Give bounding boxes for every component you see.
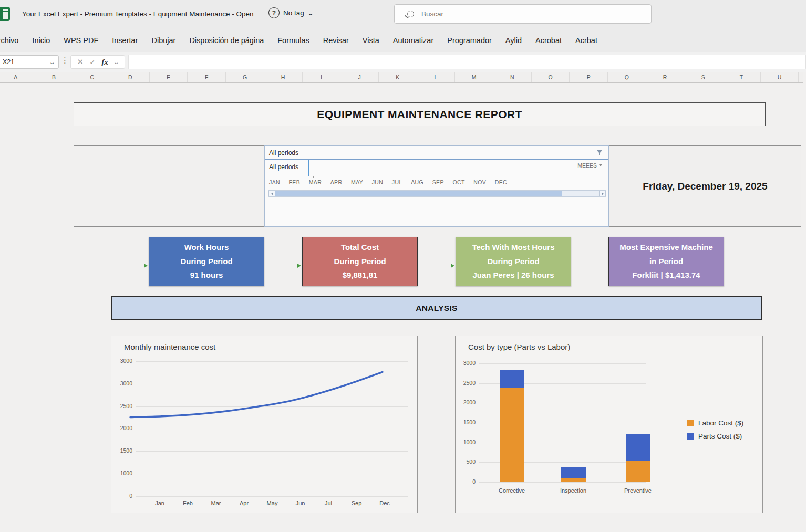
enter-button[interactable]: ✓ [89, 58, 96, 66]
smart-tag-marker [144, 264, 148, 268]
timeline-month[interactable]: APR [330, 179, 343, 185]
excel-app-icon[interactable] [0, 7, 10, 21]
sensitivity-tag-selector[interactable]: ? No tag ⌄ [268, 7, 313, 18]
chart-title: Cost by type (Parts vs Labor) [468, 342, 570, 351]
scrollbar-track[interactable] [562, 191, 599, 196]
kpi-title-line: Total Cost [341, 241, 379, 255]
scroll-right-button[interactable] [599, 191, 606, 196]
ribbon-tab-bar: ArchivoInicioWPS PDFInsertarDibujarDispo… [0, 29, 806, 52]
kpi-value: Forkliit | $1,413.74 [632, 268, 700, 283]
column-header[interactable]: O [532, 72, 570, 82]
column-header[interactable]: F [188, 72, 226, 82]
ribbon-tab[interactable]: Aylid [499, 29, 529, 52]
bar-segment-labor [561, 478, 586, 482]
legend-swatch-labor [687, 420, 694, 426]
timeline-month[interactable]: MAR [309, 179, 322, 185]
kpi-title-line: Most Expensive Machine [619, 241, 713, 255]
timeline-header: All periods [265, 146, 608, 160]
ribbon-tab[interactable]: Archivo [0, 29, 25, 52]
column-header[interactable]: E [150, 72, 188, 82]
ribbon-tab[interactable]: Automatizar [386, 29, 440, 52]
column-header[interactable]: R [646, 72, 685, 82]
search-box[interactable]: Buscar [394, 4, 652, 24]
column-header[interactable]: N [493, 72, 532, 82]
kpi-value: $9,881,81 [343, 268, 378, 283]
kpi-title-line: in Period [649, 255, 683, 269]
gridline [479, 363, 646, 364]
kpi-title-line: During Period [180, 255, 232, 269]
timeline-month[interactable]: JAN [269, 179, 280, 185]
ribbon-tab[interactable]: Vista [356, 29, 386, 52]
timeline-level-label: MEEES [577, 162, 597, 169]
timeline-scrollbar [268, 190, 606, 197]
column-header[interactable]: C [73, 72, 111, 82]
scroll-left-button[interactable] [268, 191, 275, 196]
gridline [479, 482, 646, 483]
excel-icon-sheet [3, 9, 8, 19]
kpi-title-line: During Period [334, 255, 386, 269]
column-header[interactable]: K [379, 72, 417, 82]
column-header[interactable]: H [264, 72, 303, 82]
bar-segment-labor [626, 461, 650, 482]
line-chart-monthly-cost[interactable]: Monthly maintenance cost 300030002500200… [111, 336, 418, 513]
cancel-button[interactable]: ✕ [77, 57, 84, 67]
name-box[interactable]: X21 ⌄ [0, 55, 59, 69]
clear-filter-icon[interactable] [596, 149, 603, 157]
column-header[interactable]: Q [608, 72, 646, 82]
tag-label: No tag [283, 9, 304, 17]
timeline-month[interactable]: JUL [392, 179, 402, 185]
column-header[interactable]: J [340, 72, 379, 82]
y-tick-label: 1500 [457, 419, 476, 425]
timeline-month[interactable]: DEC [495, 179, 507, 185]
column-header[interactable]: D [111, 72, 150, 82]
column-headers: ABCDEFGHIJKLMNOPQRSTU [0, 72, 803, 83]
formula-input[interactable] [128, 55, 806, 69]
search-placeholder: Buscar [421, 10, 443, 18]
ribbon-tab[interactable]: WPS PDF [57, 29, 105, 52]
legend-item: Parts Cost ($) [687, 432, 743, 440]
ribbon-tab[interactable]: Programador [440, 29, 499, 52]
timeline-month[interactable]: OCT [452, 179, 464, 185]
column-header[interactable]: S [684, 72, 722, 82]
column-header[interactable]: B [35, 72, 74, 82]
report-title: EQUIPMENT MAINTENANCE REPORT [74, 102, 766, 126]
worksheet: EQUIPMENT MAINTENANCE REPORT All periods… [0, 83, 806, 532]
name-box-chevron-icon: ⌄ [49, 59, 56, 65]
column-header[interactable]: M [455, 72, 493, 82]
timeline-month[interactable]: JUN [372, 179, 384, 185]
column-header[interactable]: A [0, 72, 35, 82]
column-header[interactable]: T [722, 72, 761, 82]
excel-window: Your Excel Expert - Premium Templates - … [0, 0, 806, 532]
timeline-month[interactable]: MAY [351, 179, 363, 185]
formula-chevron-icon[interactable]: ⌄ [113, 59, 120, 65]
timeline-selection-cursor[interactable] [308, 160, 309, 176]
ribbon-tab[interactable]: Disposición de página [182, 29, 271, 52]
scrollbar-thumb[interactable] [275, 191, 562, 196]
column-header[interactable]: I [303, 72, 341, 82]
legend-item: Labor Cost ($) [687, 419, 743, 427]
column-header[interactable]: P [570, 72, 608, 82]
timeline-month[interactable]: AUG [411, 179, 423, 185]
bar-chart-cost-by-type[interactable]: Cost by type (Parts vs Labor) Labor Cost… [455, 336, 763, 513]
timeline-month[interactable]: SEP [432, 179, 444, 185]
insert-function-button[interactable]: fx [101, 58, 108, 67]
ribbon-tab[interactable]: Inicio [25, 29, 57, 52]
ribbon-tab[interactable]: Dibujar [144, 29, 182, 52]
timeline-month[interactable]: FEB [289, 179, 301, 185]
ribbon-tab[interactable]: Formulas [271, 29, 316, 52]
column-header[interactable]: L [417, 72, 456, 82]
ribbon-tab[interactable]: Acrobat [529, 29, 569, 52]
x-category-label: Corrective [499, 487, 525, 494]
analysis-section-header: ANALYSIS [111, 296, 762, 320]
column-header[interactable]: U [761, 72, 799, 82]
column-header[interactable]: G [226, 72, 264, 82]
timeline-month[interactable]: NOV [473, 179, 486, 185]
timeline-header-label: All periods [269, 149, 596, 157]
ribbon-tab[interactable]: Acrbat [569, 29, 604, 52]
ribbon-tab[interactable]: Insertar [105, 29, 144, 52]
legend-label: Labor Cost ($) [698, 419, 743, 427]
timeline-level-dropdown[interactable]: MEEES [577, 162, 602, 169]
formula-buttons: ✕ ✓ fx ⌄ [70, 55, 125, 69]
formula-bar-divider: ⋮ [61, 56, 69, 65]
ribbon-tab[interactable]: Revisar [316, 29, 356, 52]
